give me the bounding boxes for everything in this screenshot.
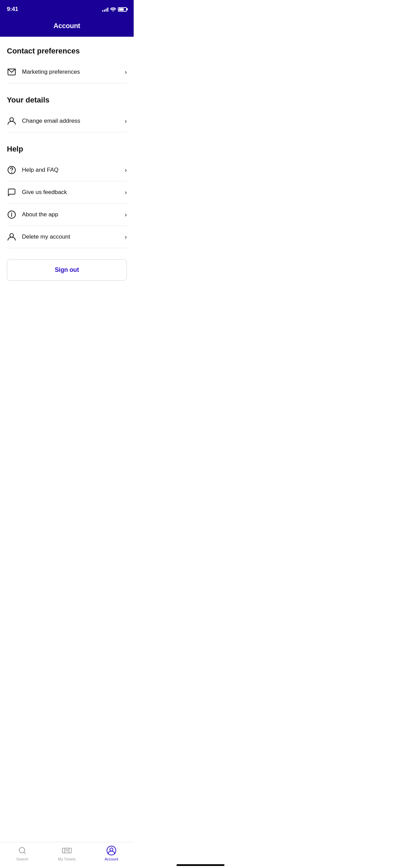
wifi-icon xyxy=(110,7,116,12)
info-icon xyxy=(7,210,16,219)
delete-account-label: Delete my account xyxy=(22,233,70,240)
change-email-label: Change email address xyxy=(22,118,80,124)
menu-item-delete-account[interactable]: Delete my account › xyxy=(7,226,127,248)
svg-point-2 xyxy=(10,118,14,121)
status-bar: 9:41 xyxy=(0,0,134,17)
chevron-icon: › xyxy=(125,189,127,196)
menu-item-change-email[interactable]: Change email address › xyxy=(7,110,127,132)
menu-item-about-app[interactable]: About the app › xyxy=(7,204,127,226)
svg-point-0 xyxy=(113,11,114,12)
section-title-details: Your details xyxy=(7,96,127,105)
chevron-icon: › xyxy=(125,211,127,218)
signal-icon xyxy=(102,7,108,12)
menu-item-marketing[interactable]: Marketing preferences › xyxy=(7,61,127,83)
svg-point-4 xyxy=(11,172,12,172)
section-your-details: Your details Change email address › xyxy=(0,86,134,135)
svg-point-8 xyxy=(10,233,14,237)
menu-item-feedback[interactable]: Give us feedback › xyxy=(7,181,127,204)
content-area: Contact preferences Marketing preference… xyxy=(0,37,134,318)
status-time: 9:41 xyxy=(7,6,18,13)
signout-section: Sign out xyxy=(0,251,134,288)
section-contact-preferences: Contact preferences Marketing preference… xyxy=(0,37,134,86)
marketing-preferences-label: Marketing preferences xyxy=(22,69,80,75)
sign-out-button[interactable]: Sign out xyxy=(7,259,127,281)
section-title-help: Help xyxy=(7,145,127,154)
help-faq-label: Help and FAQ xyxy=(22,167,59,173)
page-header: Account xyxy=(0,17,134,37)
chevron-icon: › xyxy=(125,118,127,125)
question-icon xyxy=(7,165,16,175)
email-icon xyxy=(7,67,16,77)
menu-item-help-faq[interactable]: Help and FAQ › xyxy=(7,159,127,181)
page-title: Account xyxy=(53,22,80,29)
section-title-contact: Contact preferences xyxy=(7,47,127,56)
status-icons xyxy=(102,7,127,12)
battery-icon xyxy=(118,7,127,12)
chevron-icon: › xyxy=(125,167,127,174)
section-help: Help Help and FAQ › xyxy=(0,135,134,251)
person-icon xyxy=(7,116,16,126)
about-app-label: About the app xyxy=(22,211,58,218)
chevron-icon: › xyxy=(125,233,127,241)
delete-person-icon xyxy=(7,232,16,242)
feedback-label: Give us feedback xyxy=(22,189,67,196)
feedback-icon xyxy=(7,188,16,197)
chevron-icon: › xyxy=(125,69,127,76)
